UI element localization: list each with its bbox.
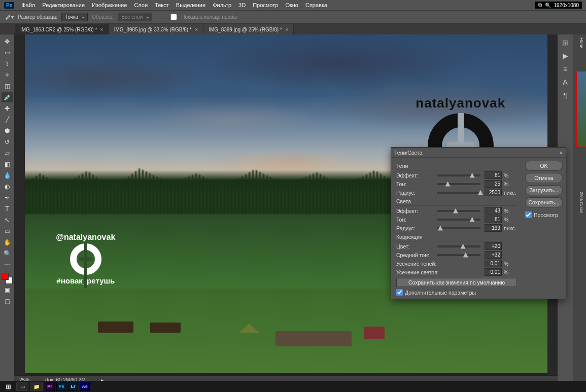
hl-effect-slider[interactable]: [437, 210, 480, 212]
menu-item[interactable]: Фильтр: [213, 2, 231, 8]
px-unit: пикс.: [504, 190, 517, 196]
taskbar-app[interactable]: Ae: [80, 382, 90, 391]
hl-effect-input[interactable]: [485, 207, 502, 215]
midtone-slider[interactable]: [437, 254, 480, 256]
menu-item[interactable]: Редактирование: [42, 2, 85, 8]
type-panel-icon[interactable]: A: [563, 78, 567, 86]
quickmask-tool[interactable]: ▣: [2, 285, 13, 295]
save-defaults-button[interactable]: Сохранить как значения по умолчанию: [396, 278, 517, 287]
close-icon[interactable]: ×: [100, 26, 103, 32]
windows-taskbar: ⊞ ▭ 📁 PrPsLrAe: [0, 381, 586, 392]
shadow-radius-input[interactable]: [485, 189, 502, 196]
preview-label: Просмотр: [534, 212, 558, 218]
start-button[interactable]: ⊞: [2, 382, 14, 391]
load-button[interactable]: Загрузить...: [525, 185, 563, 195]
navigator-label[interactable]: Нави: [579, 38, 584, 48]
shadow-effect-input[interactable]: [485, 171, 502, 179]
eyedropper-tool[interactable]: 💉: [2, 92, 13, 102]
color-input[interactable]: [485, 242, 502, 250]
close-icon[interactable]: ×: [285, 26, 288, 32]
watermark-logo-light: [70, 243, 101, 275]
eraser-tool[interactable]: ▱: [2, 148, 13, 158]
path-tool[interactable]: ↖: [2, 215, 13, 225]
preview-checkbox[interactable]: [525, 211, 532, 218]
stamp-tool[interactable]: ⬢: [2, 126, 13, 136]
hl-effect-label: Эффект:: [396, 208, 433, 214]
play-icon[interactable]: ▶: [563, 52, 568, 60]
hl-tone-input[interactable]: [485, 216, 502, 223]
move-tool[interactable]: ✥: [2, 37, 13, 47]
close-icon[interactable]: ×: [195, 26, 198, 32]
ps-logo: Ps: [4, 2, 14, 9]
menu-item[interactable]: Текст: [155, 2, 169, 8]
taskbar-app[interactable]: Lr: [68, 382, 78, 391]
layers-label[interactable]: Слои: [579, 202, 584, 213]
screenmode-tool[interactable]: ▢: [2, 296, 13, 306]
hl-radius-label: Радиус:: [396, 225, 433, 231]
ok-button[interactable]: OK: [525, 161, 563, 171]
menu-item[interactable]: 3D: [238, 2, 246, 8]
hl-tone-slider[interactable]: [437, 219, 480, 221]
shadow-tone-input[interactable]: [485, 180, 502, 188]
pen-tool[interactable]: ✒: [2, 193, 13, 203]
dodge-tool[interactable]: ◐: [2, 182, 13, 192]
menu-item[interactable]: Просмотр: [253, 2, 278, 8]
explorer-icon[interactable]: 📁: [30, 382, 43, 391]
color-slider[interactable]: [437, 245, 480, 247]
document-tab[interactable]: IMG_1863.CR2 @ 25% (RGB/8) *×: [15, 24, 109, 34]
history-brush-tool[interactable]: ↺: [2, 137, 13, 147]
tab-label: IMG_1863.CR2 @ 25% (RGB/8) *: [20, 27, 97, 32]
source-select[interactable]: Все слои: [118, 13, 152, 21]
taskbar-app[interactable]: Pr: [45, 382, 55, 391]
tab-label: IMG_8399.jpg @ 25% (RGB/8) *: [209, 27, 282, 32]
watermark-light: @natalyanovak #новак_ретушь: [56, 233, 115, 285]
pct-unit: %: [504, 269, 517, 275]
document-tab[interactable]: IMG_8399.jpg @ 25% (RGB/8) *×: [203, 24, 294, 34]
tab-label: IMG_8985.jpg @ 33.3% (RGB/8) *: [114, 27, 192, 32]
gradient-tool[interactable]: ◧: [2, 159, 13, 169]
save-button[interactable]: Сохранить...: [525, 197, 563, 207]
menu-item[interactable]: Справка: [305, 2, 327, 8]
marquee-tool[interactable]: ▭: [2, 48, 13, 58]
menu-item[interactable]: Слои: [134, 2, 148, 8]
brush-tool[interactable]: ╱: [2, 115, 13, 125]
menu-item[interactable]: Изображение: [92, 2, 127, 8]
sample-size-select[interactable]: Точка: [61, 13, 88, 21]
tool-palette: ✥ ▭ ⌇ ✧ ◫ 💉 ✚ ╱ ⬢ ↺ ▱ ◧ 💧 ◐ ✒ T ↖ ▭ ✋ 🔍 …: [0, 34, 14, 384]
document-tab[interactable]: IMG_8985.jpg @ 33.3% (RGB/8) *×: [109, 24, 203, 34]
shadow-tone-slider[interactable]: [437, 183, 480, 185]
shadows-section: Тени: [396, 163, 517, 170]
paragraph-icon[interactable]: ¶: [563, 91, 567, 99]
edit-toolbar[interactable]: ⋯: [2, 260, 13, 270]
hand-tool[interactable]: ✋: [2, 237, 13, 247]
shadow-radius-slider[interactable]: [437, 192, 480, 194]
adjust-icon[interactable]: ≡: [563, 65, 567, 73]
clip-hl-input[interactable]: [485, 268, 502, 276]
taskbar-app[interactable]: Ps: [56, 382, 66, 391]
show-ring-checkbox[interactable]: [170, 14, 177, 20]
midtone-input[interactable]: [485, 251, 502, 259]
arrange-icon[interactable]: ⊞: [562, 39, 568, 47]
close-icon[interactable]: ×: [560, 150, 563, 156]
crop-tool[interactable]: ◫: [2, 81, 13, 91]
menu-item[interactable]: Окно: [285, 2, 298, 8]
heal-tool[interactable]: ✚: [2, 103, 13, 114]
lasso-tool[interactable]: ⌇: [2, 59, 13, 69]
wand-tool[interactable]: ✧: [2, 70, 13, 80]
shadow-effect-slider[interactable]: [437, 174, 480, 176]
navigator-thumbnail[interactable]: [576, 71, 586, 147]
type-tool[interactable]: T: [2, 204, 13, 214]
dialog-title: Тени/Света: [394, 150, 422, 156]
more-options-checkbox[interactable]: [396, 289, 403, 296]
menu-item[interactable]: Выделение: [176, 2, 205, 8]
blur-tool[interactable]: 💧: [2, 170, 13, 181]
hl-radius-slider[interactable]: [437, 227, 480, 229]
taskview-icon[interactable]: ▭: [16, 382, 28, 391]
zoom-tool[interactable]: 🔍: [2, 248, 13, 259]
clip-shadow-input[interactable]: [485, 260, 502, 267]
color-swatches[interactable]: [2, 273, 13, 284]
hl-radius-input[interactable]: [485, 224, 502, 232]
menu-item[interactable]: Файл: [21, 2, 35, 8]
shape-tool[interactable]: ▭: [2, 226, 13, 236]
cancel-button[interactable]: Отмена: [525, 173, 563, 183]
